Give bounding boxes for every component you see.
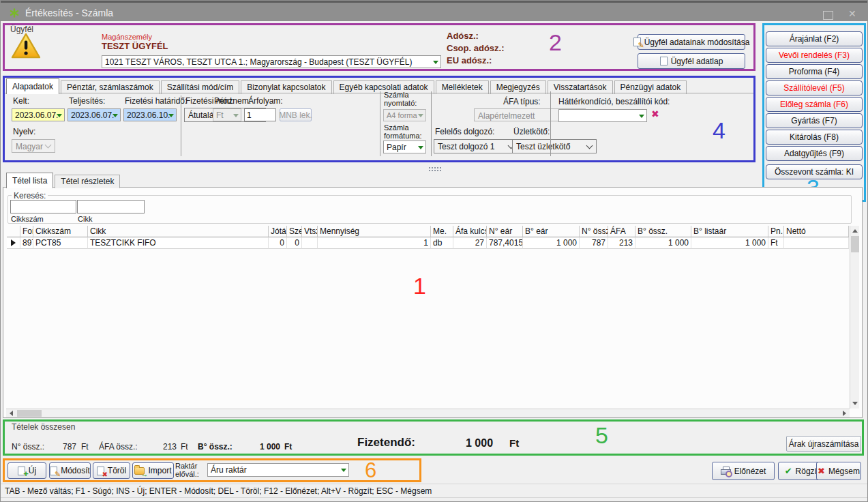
hatterkondicio-combo[interactable] <box>558 109 647 122</box>
edit-customer-button[interactable]: ✎ Ügyfél adatainak módosítása <box>638 34 745 50</box>
form-tab[interactable]: Pénzügyi adatok <box>614 80 687 94</box>
column-header[interactable]: N° eár <box>487 226 523 237</box>
splitter-grip[interactable] <box>428 166 442 171</box>
column-header[interactable]: B° össz. <box>635 226 691 237</box>
sidebar-button[interactable]: Előleg számla (F6) <box>766 97 863 112</box>
annotation-1: 1 <box>413 274 426 297</box>
scroll-right-icon[interactable] <box>843 411 846 416</box>
items-tab[interactable]: Tétel részletek <box>55 175 120 188</box>
sidebar-button[interactable]: Proforma (F4) <box>766 64 863 79</box>
penznem-combo[interactable]: Ft <box>213 108 241 121</box>
form-tab[interactable]: Megjegyzés <box>490 80 546 94</box>
sidebar-button[interactable]: Adatgyűjtés (F9) <box>766 146 863 161</box>
column-header[interactable]: Szerv <box>287 226 302 237</box>
import-button[interactable]: → Import <box>132 462 174 479</box>
check-icon: ✔ <box>785 467 792 475</box>
horizontal-scrollbar[interactable] <box>6 409 850 417</box>
items-tab[interactable]: Tétel lista <box>6 173 53 188</box>
scroll-up-icon[interactable] <box>852 229 858 233</box>
customer-datasheet-button[interactable]: Ügyfél adatlap <box>638 53 745 69</box>
column-header[interactable]: Áfa kulcs <box>453 226 487 237</box>
vertical-scrollbar[interactable] <box>850 226 859 409</box>
szamla-formatum-label: Számla <box>384 123 409 132</box>
sidebar-button[interactable]: Árajánlat (F2) <box>766 31 863 46</box>
hatterkondicio-label: Háttérkondíció, beszállítói kód: <box>558 98 670 106</box>
field-separator <box>431 91 432 156</box>
dropdown-arrow-icon <box>418 114 423 117</box>
sidebar-button[interactable]: Szállítólevél (F5) <box>766 80 863 95</box>
dropdown-arrow-icon <box>418 146 423 149</box>
warehouse-combo[interactable]: Áru raktár <box>207 463 349 477</box>
dropdown-arrow-icon <box>113 114 118 117</box>
sidebar-button[interactable]: Vevői rendelés (F3) <box>766 48 863 63</box>
search-cikkszam-input[interactable] <box>10 200 76 213</box>
items-table: ForrásCikkszámCikkJótállásSzervVtsz/SMen… <box>7 226 849 249</box>
column-header[interactable]: Cikk <box>88 226 269 237</box>
szamla-nyomtato-combo[interactable]: A4 forma <box>383 109 426 121</box>
column-header[interactable]: Me. <box>431 226 453 237</box>
tax-number-label: Adósz.: <box>447 31 479 40</box>
arfolyam-input[interactable] <box>244 108 276 121</box>
scrollbar-thumb[interactable] <box>17 410 42 417</box>
customer-section: Ügyfél Magánszemély TESZT ÜGYFÉL 1021 TE… <box>3 23 755 71</box>
sidebar-button[interactable]: Gyártás (F7) <box>766 113 863 128</box>
hatarido-combo[interactable]: 2023.06.10. <box>123 108 177 121</box>
form-tab[interactable]: Mellékletek <box>436 80 489 94</box>
kelt-combo[interactable]: 2023.06.07. <box>12 108 65 121</box>
delete-page-icon: ✖ <box>97 467 104 475</box>
vat-total-value: 213 <box>138 443 177 452</box>
table-row[interactable]: 897PCT85TESZTCIKK FIFO001db27787,401571 … <box>7 237 849 249</box>
form-tab[interactable]: Szállítási mód/cím <box>161 80 239 94</box>
totals-section: Tételek összesen N° össz.: 787 Ft ÁFA ös… <box>3 419 864 456</box>
form-tab[interactable]: Bizonylat kapcsolatok <box>241 80 331 94</box>
scroll-left-icon[interactable] <box>10 411 13 416</box>
search-cikk-input[interactable] <box>77 200 145 213</box>
column-header[interactable]: Nettó <box>784 226 849 237</box>
preview-button[interactable]: Előnézet <box>712 462 775 480</box>
recalculate-prices-button[interactable]: Árak újraszámítása <box>786 436 861 452</box>
column-header[interactable]: Vtsz/S <box>302 226 318 237</box>
field-separator <box>380 91 380 156</box>
form-tab[interactable]: Visszatartások <box>548 80 613 94</box>
teljesites-combo[interactable]: 2023.06.07. <box>68 108 121 121</box>
column-header[interactable]: ÁFA <box>608 226 635 237</box>
szamla-formatum-combo[interactable]: Papír <box>383 141 426 153</box>
column-header[interactable]: B° listaár <box>691 226 768 237</box>
cell <box>784 237 849 249</box>
cell: 0 <box>287 237 302 249</box>
sidebar-button[interactable]: Kitárolás (F8) <box>766 130 863 145</box>
column-header[interactable]: Pn. <box>768 226 784 237</box>
chevron-down-icon <box>586 142 593 149</box>
scroll-down-icon[interactable] <box>852 402 858 405</box>
new-item-button[interactable]: + Új <box>8 462 46 479</box>
cell: PCT85 <box>33 237 88 249</box>
column-header[interactable] <box>7 226 20 237</box>
cell: 1 <box>318 237 431 249</box>
maximize-button[interactable] <box>823 11 833 20</box>
modify-item-button[interactable]: ✎ Módosít <box>49 462 91 479</box>
close-button[interactable]: ✕ <box>848 9 856 18</box>
uzletkoto-combo[interactable]: Teszt üzletkötő <box>512 139 597 153</box>
clear-x-icon[interactable]: ✖ <box>651 110 659 119</box>
delete-item-button[interactable]: ✖ Töröl <box>93 462 130 479</box>
mnb-rate-button[interactable]: MNB lek. <box>280 108 312 121</box>
cancel-button[interactable]: ✖ Mégsem <box>816 462 861 480</box>
felelos-dolgozo-combo[interactable]: Teszt dolgozó 1 <box>434 139 518 153</box>
cell: 897 <box>20 237 33 249</box>
column-header[interactable]: Jótállás <box>269 226 287 237</box>
form-tab[interactable]: Pénztár, számlaszámok <box>61 80 160 94</box>
dropdown-arrow-icon <box>433 61 438 64</box>
document-type-sidebar: Árajánlat (F2)Vevői rendelés (F3)Proform… <box>762 23 866 202</box>
form-tab[interactable]: Alapadatok <box>6 78 59 94</box>
nyelv-combo[interactable]: Magyar <box>12 139 55 153</box>
table-header-row: ForrásCikkszámCikkJótállásSzervVtsz/SMen… <box>7 226 849 237</box>
column-header[interactable]: Mennyiség <box>318 226 431 237</box>
column-header[interactable]: Cikkszám <box>33 226 88 237</box>
cell: Ft <box>768 237 784 249</box>
szamla-nyomtato-label: Számla <box>384 91 409 99</box>
column-header[interactable]: N° össz. <box>580 226 608 237</box>
scrollbar-thumb[interactable] <box>851 236 859 252</box>
column-header[interactable]: B° eár <box>523 226 580 237</box>
customer-address-combo[interactable]: 1021 TESZT VÁROS, TESZT UTCA 1.; Magyaro… <box>102 55 441 68</box>
column-header[interactable]: Forrás <box>20 226 33 237</box>
